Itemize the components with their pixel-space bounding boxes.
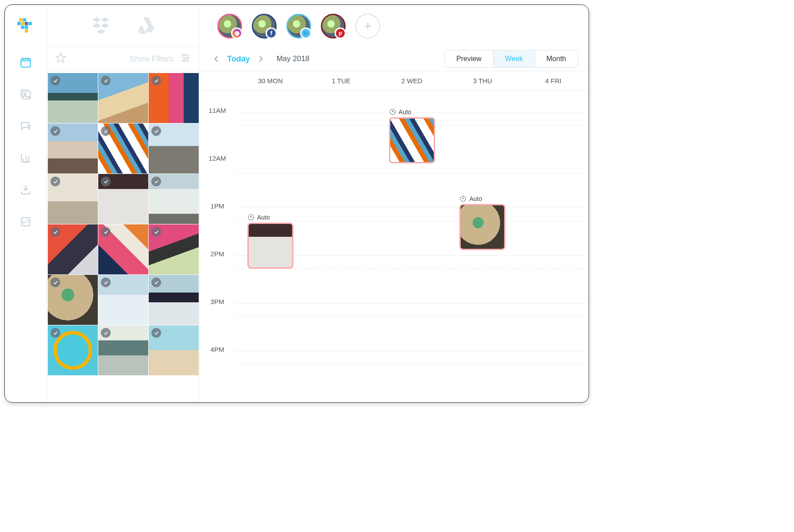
profile-pinterest[interactable]: p [321, 14, 346, 39]
media-thumbnail[interactable] [48, 123, 98, 173]
profile-instagram[interactable]: ◉ [217, 14, 242, 39]
post-thumbnail [247, 223, 293, 269]
media-thumbnail[interactable] [98, 275, 148, 325]
select-check-icon[interactable] [151, 126, 161, 136]
day-header: 4 FRI [518, 71, 589, 90]
select-check-icon[interactable] [50, 278, 60, 287]
next-arrow[interactable] [254, 53, 267, 65]
day-header: 1 TUE [306, 71, 377, 90]
hour-label: 4PM [200, 330, 235, 378]
tab-week[interactable]: Week [493, 50, 535, 67]
svg-point-14 [186, 57, 188, 58]
media-thumbnail[interactable] [149, 224, 199, 274]
tab-month[interactable]: Month [535, 50, 578, 67]
auto-tag: Auto [459, 195, 507, 202]
select-check-icon[interactable] [151, 227, 161, 237]
day-header-row: 30 MON1 TUE2 WED3 THU4 FRI [200, 71, 589, 91]
twitter-icon: 🐦 [300, 27, 312, 39]
select-check-icon[interactable] [101, 126, 111, 136]
media-filter-bar: Show Filters [47, 47, 199, 71]
nav-inbox-download[interactable] [19, 183, 33, 197]
svg-rect-5 [28, 22, 31, 25]
pinterest-icon: p [335, 27, 346, 39]
select-check-icon[interactable] [151, 328, 161, 338]
hour-label: 1PM [200, 186, 235, 234]
select-check-icon[interactable] [101, 76, 111, 85]
auto-tag: Auto [247, 214, 295, 221]
media-thumbnail[interactable] [98, 224, 148, 274]
nav-conversations[interactable] [19, 119, 33, 133]
month-label: May 2018 [277, 54, 310, 63]
select-check-icon[interactable] [151, 177, 161, 186]
prev-arrow[interactable] [210, 53, 223, 65]
select-check-icon[interactable] [101, 278, 111, 287]
media-thumbnail[interactable] [48, 224, 98, 274]
dropbox-icon[interactable] [91, 15, 111, 37]
svg-point-11 [24, 93, 26, 95]
day-header: 2 WED [377, 71, 447, 90]
select-check-icon[interactable] [101, 177, 111, 186]
view-segmented-control: Preview Week Month [444, 50, 578, 68]
media-thumbnail[interactable] [149, 73, 199, 123]
select-check-icon[interactable] [101, 328, 111, 338]
select-check-icon[interactable] [151, 278, 161, 287]
social-profiles-row: ◉f🐦p+ [200, 5, 589, 47]
nav-media-library[interactable] [19, 87, 33, 101]
auto-tag: Auto [389, 108, 437, 116]
media-thumbnail[interactable] [48, 174, 98, 224]
hour-label: 11AM [200, 91, 235, 139]
profile-facebook[interactable]: f [252, 14, 277, 39]
hour-label: 2PM [200, 234, 235, 282]
hour-label: 12AM [200, 139, 235, 186]
media-thumbnail[interactable] [149, 123, 199, 173]
hour-label: 3PM [200, 282, 235, 330]
media-thumbnail[interactable] [98, 325, 148, 375]
select-check-icon[interactable] [50, 227, 60, 237]
media-thumbnail[interactable] [149, 174, 199, 224]
svg-rect-9 [21, 59, 31, 67]
svg-point-15 [184, 60, 185, 62]
media-thumbnail[interactable] [149, 275, 199, 325]
svg-rect-6 [21, 26, 24, 29]
select-check-icon[interactable] [151, 76, 161, 85]
svg-rect-3 [21, 22, 24, 25]
media-thumbnail[interactable] [98, 174, 148, 224]
svg-rect-0 [19, 18, 22, 21]
select-check-icon[interactable] [50, 177, 60, 186]
app-logo[interactable] [16, 17, 35, 38]
profile-twitter[interactable]: 🐦 [286, 14, 311, 39]
star-icon[interactable] [55, 52, 66, 66]
show-filters-label[interactable]: Show Filters [130, 54, 173, 64]
time-grid[interactable]: 11AM12AM1PM2PM3PM4PM AutoAutoAuto [200, 91, 589, 402]
scheduled-post[interactable]: Auto [459, 195, 507, 250]
select-check-icon[interactable] [50, 328, 60, 338]
media-thumbnail[interactable] [98, 123, 148, 173]
select-check-icon[interactable] [50, 126, 60, 136]
calendar-pane: ◉f🐦p+ Today May 2018 Preview Week Month … [200, 5, 589, 402]
calendar-toolbar: Today May 2018 Preview Week Month [200, 47, 589, 71]
media-thumbnail[interactable] [149, 325, 199, 375]
media-thumbnail[interactable] [48, 73, 98, 123]
instagram-icon: ◉ [231, 27, 243, 39]
select-check-icon[interactable] [50, 76, 60, 85]
today-button[interactable]: Today [227, 54, 250, 64]
add-profile-button[interactable]: + [355, 14, 380, 39]
google-drive-icon[interactable] [135, 15, 156, 37]
day-header: 30 MON [235, 71, 306, 90]
nav-analytics[interactable] [19, 151, 33, 165]
tab-preview[interactable]: Preview [445, 50, 493, 67]
svg-point-13 [183, 54, 185, 56]
media-grid[interactable] [47, 73, 199, 402]
media-thumbnail[interactable] [48, 325, 98, 375]
media-thumbnail[interactable] [48, 275, 98, 325]
svg-rect-1 [23, 18, 26, 21]
media-thumbnail[interactable] [98, 73, 148, 123]
day-header: 3 THU [447, 71, 518, 90]
filter-sliders-icon[interactable] [180, 52, 191, 66]
nav-calendar[interactable] [19, 55, 33, 69]
select-check-icon[interactable] [101, 227, 111, 237]
scheduled-post[interactable]: Auto [247, 214, 295, 269]
app-window: Show Filters ◉f🐦p+ Today May 2018 Previe… [4, 4, 589, 403]
nav-link-in-bio[interactable] [19, 215, 33, 229]
scheduled-post[interactable]: Auto [389, 108, 437, 163]
